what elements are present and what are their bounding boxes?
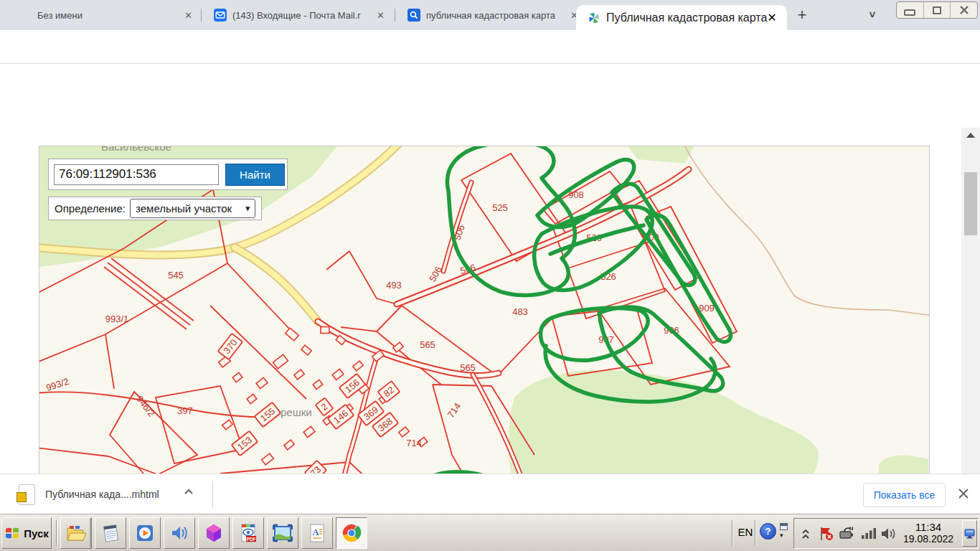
speaker-icon <box>169 523 189 543</box>
svg-text:397: 397 <box>177 405 193 416</box>
help-icon[interactable]: ? <box>760 523 776 540</box>
tab-title: публичная кадастровая карта <box>426 10 565 21</box>
clock[interactable]: 11:34 19.08.2022 <box>897 521 959 545</box>
tab-divider <box>395 9 395 22</box>
parcel-search-input[interactable] <box>54 164 219 185</box>
media-player-icon <box>135 523 155 543</box>
hidden-icons-chevron[interactable] <box>800 526 816 542</box>
svg-text:493: 493 <box>386 280 402 291</box>
minimize-icon <box>904 9 915 16</box>
tab-close-icon[interactable]: ✕ <box>767 11 776 24</box>
svg-text:483: 483 <box>512 306 528 317</box>
language-bar-restore-icon[interactable] <box>780 523 788 530</box>
show-desktop-button[interactable] <box>962 520 977 547</box>
windows-logo-icon <box>4 525 20 541</box>
svg-text:565: 565 <box>460 362 476 373</box>
tab-close-icon[interactable]: ✕ <box>377 10 385 21</box>
language-bar-controls[interactable]: ▾ <box>780 523 790 542</box>
taskbar-button-notepad[interactable] <box>95 517 126 549</box>
scrollbar-thumb[interactable] <box>964 172 977 235</box>
close-button[interactable] <box>951 2 977 18</box>
page-content: ВасильевскоеОрешки 545993/1993/2946/2397… <box>0 64 980 474</box>
download-caret-up-icon[interactable] <box>184 489 194 495</box>
parcel-label: 525 <box>492 202 508 213</box>
image-viewer-icon <box>273 523 293 543</box>
parcel-label: 714 <box>406 438 422 448</box>
tab-list-chevron-icon[interactable]: ˅ <box>864 7 881 24</box>
tab-divider <box>201 9 202 22</box>
restore-button[interactable] <box>924 2 951 18</box>
taskbar-button-wordpad[interactable]: A <box>301 517 333 549</box>
definition-label: Определение: <box>55 202 126 215</box>
download-bar-close-button[interactable] <box>957 487 971 501</box>
mhtml-file-icon <box>19 484 35 505</box>
tab-search[interactable]: публичная кадастровая карта ✕ <box>399 0 585 30</box>
volume-tray-icon[interactable] <box>880 526 896 542</box>
parcel-label: 993/1 <box>105 314 129 324</box>
tab-title: Без имени <box>37 10 179 21</box>
folder-explorer-icon <box>65 522 87 544</box>
taskbar-button-volume[interactable] <box>164 517 195 549</box>
wordpad-icon: A <box>307 523 327 543</box>
scroll-up-arrow[interactable] <box>966 133 975 138</box>
definition-panel: Определение: земельный участок ▾ <box>48 197 262 220</box>
taskbar: Пуск <box>0 514 980 551</box>
parcel-label: 545 <box>168 270 184 281</box>
show-all-downloads-button[interactable]: Показать все <box>863 483 946 507</box>
taskbar-divider <box>56 520 57 546</box>
language-bar-caret-icon[interactable]: ▾ <box>780 532 790 539</box>
definition-value: земельный участок <box>136 202 232 215</box>
close-icon <box>959 6 969 14</box>
parcel-search-panel: Найти <box>48 159 288 190</box>
parcel-label: 493 <box>386 280 402 291</box>
desktop-screen: Без имени ✕ (143) Входящие - Почта Mail.… <box>0 0 980 551</box>
parcel-label: 565 <box>460 362 476 373</box>
taskbar-button-explorer[interactable] <box>60 517 92 549</box>
search-favicon <box>407 9 420 22</box>
start-button[interactable]: Пуск <box>1 517 52 549</box>
tab-cadastre-active[interactable]: Публичная кадастровая карта ✕ <box>576 5 787 30</box>
taskbar-button-pdf-viewer[interactable]: PDF <box>232 517 264 549</box>
download-divider <box>212 481 213 508</box>
date-text: 19.08.2022 <box>897 533 959 545</box>
time-text: 11:34 <box>897 521 959 533</box>
tab-title: (143) Входящие - Почта Mail.r <box>232 10 371 21</box>
system-tray: 11:34 19.08.2022 <box>793 518 979 549</box>
svg-text:545: 545 <box>168 270 184 281</box>
purple-gem-icon <box>204 523 224 543</box>
tab-untitled[interactable]: Без имени ✕ <box>11 0 199 30</box>
find-button[interactable]: Найти <box>225 164 285 186</box>
parcel-label: 397 <box>177 405 193 416</box>
parcel-label: 909 <box>699 303 715 314</box>
minimize-button[interactable] <box>897 2 924 18</box>
place-label: Васильевское <box>101 146 171 153</box>
start-label: Пуск <box>24 527 49 540</box>
parcel-label: 483 <box>512 306 528 317</box>
browser-tab-strip: Без имени ✕ (143) Входящие - Почта Mail.… <box>0 0 980 30</box>
new-tab-button[interactable]: + <box>792 6 812 26</box>
definition-select[interactable]: земельный участок ▾ <box>130 199 255 218</box>
network-signal-icon[interactable] <box>860 526 876 542</box>
download-filename: Публичная када....mhtml <box>45 489 159 500</box>
language-indicator[interactable]: EN <box>736 526 755 538</box>
taskbar-button-image-viewer[interactable] <box>267 517 298 549</box>
restore-icon <box>933 6 941 14</box>
chrome-icon <box>341 523 362 543</box>
svg-text:A: A <box>312 527 319 537</box>
tab-mail[interactable]: (143) Входящие - Почта Mail.r ✕ <box>205 0 392 30</box>
desktop-icon <box>964 529 975 539</box>
download-bar: Публичная када....mhtml Показать все <box>0 474 980 514</box>
svg-text:909: 909 <box>699 303 715 314</box>
cadastre-favicon <box>588 11 600 24</box>
window-controls <box>896 1 978 19</box>
svg-text:565: 565 <box>420 339 435 350</box>
download-item[interactable]: Публичная када....mhtml <box>19 483 198 506</box>
taskbar-button-gem-app[interactable] <box>198 517 230 549</box>
svg-text:525: 525 <box>492 202 508 213</box>
taskbar-button-chrome-active[interactable] <box>336 517 367 549</box>
battery-icon[interactable] <box>839 526 854 542</box>
tab-close-icon[interactable]: ✕ <box>184 10 192 21</box>
svg-text:993/1: 993/1 <box>105 314 129 324</box>
taskbar-button-media-player[interactable] <box>129 517 161 549</box>
action-center-flag-icon[interactable] <box>819 526 834 542</box>
